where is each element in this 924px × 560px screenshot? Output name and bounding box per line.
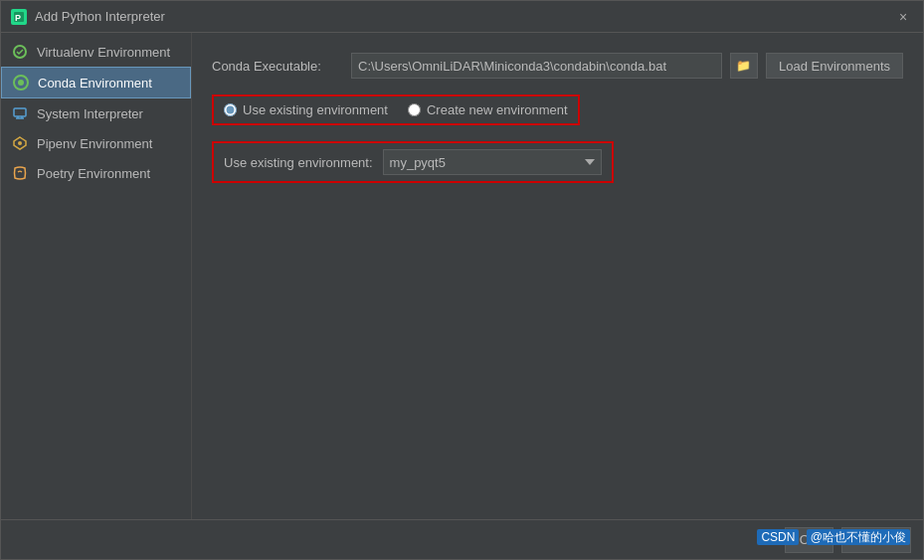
watermark-prefix: CSDN bbox=[757, 529, 799, 545]
radio-use-existing[interactable]: Use existing environment bbox=[224, 102, 388, 117]
radio-options-row: Use existing environment Create new envi… bbox=[212, 94, 580, 125]
sidebar-item-label: Poetry Environment bbox=[37, 166, 150, 181]
existing-env-row: Use existing environment: my_pyqt5 base … bbox=[212, 141, 614, 183]
sidebar-item-pipenv[interactable]: Pipenv Environment bbox=[1, 128, 191, 158]
pycharm-icon: P bbox=[11, 9, 27, 25]
conda-executable-row: Conda Executable: 📁 Load Environments bbox=[212, 53, 903, 79]
watermark: CSDN @哈也不懂的小俊 bbox=[753, 529, 910, 546]
conda-exec-input-row: 📁 Load Environments bbox=[351, 53, 903, 79]
sidebar-item-system[interactable]: System Interpreter bbox=[1, 98, 191, 128]
conda-executable-input[interactable] bbox=[351, 53, 722, 79]
watermark-highlighted: @哈也不懂的小俊 bbox=[807, 529, 910, 545]
radio-use-existing-input[interactable] bbox=[224, 103, 237, 116]
load-environments-button[interactable]: Load Environments bbox=[766, 53, 903, 79]
existing-env-label: Use existing environment: bbox=[224, 155, 373, 170]
svg-rect-6 bbox=[14, 108, 26, 116]
sidebar-item-label: Pipenv Environment bbox=[37, 136, 152, 151]
sidebar-item-poetry[interactable]: Poetry Environment bbox=[1, 158, 191, 188]
sidebar-item-label: System Interpreter bbox=[37, 106, 143, 121]
sidebar-item-virtualenv[interactable]: Virtualenv Environment bbox=[1, 37, 191, 67]
sidebar-item-label: Conda Environment bbox=[38, 76, 152, 91]
dialog-body: Virtualenv Environment Conda Environment bbox=[1, 33, 923, 519]
title-bar: P Add Python Interpreter × bbox=[1, 1, 923, 33]
browse-button[interactable]: 📁 bbox=[730, 53, 758, 79]
conda-icon bbox=[12, 74, 30, 92]
main-content: Conda Executable: 📁 Load Environments Us… bbox=[192, 33, 923, 519]
folder-icon: 📁 bbox=[736, 59, 751, 73]
system-icon bbox=[11, 104, 29, 122]
sidebar-item-label: Virtualenv Environment bbox=[37, 45, 170, 60]
pipenv-icon bbox=[11, 134, 29, 152]
virtualenv-icon bbox=[11, 43, 29, 61]
dialog-title: Add Python Interpreter bbox=[35, 9, 893, 24]
svg-point-5 bbox=[18, 80, 24, 86]
svg-point-10 bbox=[18, 141, 22, 145]
radio-use-existing-label: Use existing environment bbox=[243, 102, 388, 117]
close-button[interactable]: × bbox=[893, 7, 913, 27]
sidebar-item-conda[interactable]: Conda Environment bbox=[1, 67, 191, 98]
conda-executable-label: Conda Executable: bbox=[212, 59, 341, 74]
sidebar: Virtualenv Environment Conda Environment bbox=[1, 33, 192, 519]
dialog: P Add Python Interpreter × Virtualenv En… bbox=[0, 0, 924, 560]
radio-create-new-input[interactable] bbox=[408, 103, 421, 116]
svg-text:P: P bbox=[15, 13, 21, 23]
radio-create-new[interactable]: Create new environment bbox=[408, 102, 568, 117]
poetry-icon bbox=[11, 164, 29, 182]
radio-create-new-label: Create new environment bbox=[427, 102, 568, 117]
existing-env-dropdown[interactable]: my_pyqt5 base env1 env2 bbox=[383, 149, 602, 175]
